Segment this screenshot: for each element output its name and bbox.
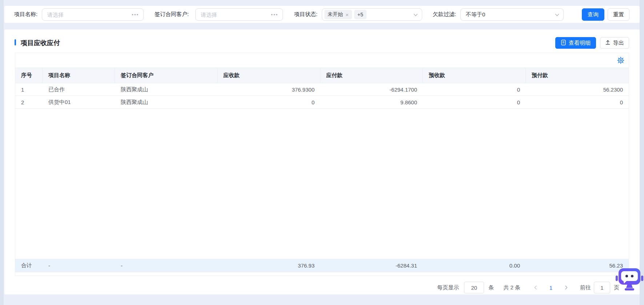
column-header: 应收款 xyxy=(217,68,320,83)
contract-customer-select[interactable]: ••• xyxy=(195,8,283,21)
current-page-number[interactable]: 1 xyxy=(546,285,556,291)
goto-page-input[interactable] xyxy=(594,282,610,293)
customer-cell: 陕西聚成山 xyxy=(115,86,217,93)
page-scrollbar-track[interactable] xyxy=(640,0,644,305)
column-header: 项目名称 xyxy=(43,68,115,83)
table-row: 1 已合作 陕西聚成山 376.9300 -6294.1700 0 56.230… xyxy=(15,83,629,96)
payable-cell: 9.8600 xyxy=(320,99,423,105)
page-size-input[interactable] xyxy=(464,282,484,293)
row-index: 2 xyxy=(15,99,43,105)
summary-cell: - xyxy=(43,262,115,269)
column-header: 序号 xyxy=(15,68,43,83)
summary-cell: - xyxy=(115,262,217,269)
column-header: 预付款 xyxy=(526,68,629,83)
prepayment-cell: 0 xyxy=(526,99,629,105)
status-tag: 未开始 × xyxy=(324,10,352,19)
column-header: 应付款 xyxy=(320,68,423,83)
table-row: 2 供货中01 陕西聚成山 0 9.8600 0 0 xyxy=(15,96,629,109)
page: { "filters": { "project_name": { "label"… xyxy=(0,0,644,305)
debt-filter-value: 不等于0 xyxy=(463,11,485,18)
debt-filter-select[interactable]: 不等于0 xyxy=(460,8,564,21)
export-label: 导出 xyxy=(613,40,624,47)
table-toolbar xyxy=(15,53,629,68)
filter-bar: 项目名称: ••• 签订合同客户: ••• 项目状态: 未开始 × +5 欠款过… xyxy=(4,6,640,23)
project-name-cell: 已合作 xyxy=(43,86,115,93)
summary-receivable: 376.93 xyxy=(217,262,320,269)
next-page-icon[interactable] xyxy=(562,283,571,292)
advance-receipt-cell: 0 xyxy=(423,87,526,93)
ellipsis-more-icon[interactable]: ••• xyxy=(271,12,283,17)
receivable-payable-panel: 项目应收应付 查看明细 导出 xyxy=(4,29,640,294)
page-left-gutter xyxy=(0,0,4,305)
upload-icon xyxy=(605,40,611,46)
per-page-label: 每页显示 xyxy=(437,284,459,291)
view-detail-label: 查看明细 xyxy=(569,40,591,47)
page-title: 项目应收应付 xyxy=(21,39,60,47)
view-detail-button[interactable]: 查看明细 xyxy=(555,37,596,49)
per-page-unit-label: 条 xyxy=(488,284,494,291)
receivable-cell: 376.9300 xyxy=(217,87,320,93)
status-tag-text: 未开始 xyxy=(328,11,343,18)
title-accent-bar xyxy=(15,39,16,45)
project-name-select[interactable]: ••• xyxy=(42,8,144,21)
advance-receipt-cell: 0 xyxy=(423,99,526,105)
reset-button[interactable]: 重置 xyxy=(608,8,629,21)
project-name-input[interactable] xyxy=(42,12,132,18)
pagination: 每页显示 条 共 2 条 1 前往 页 xyxy=(437,281,619,294)
prepayment-cell: 56.2300 xyxy=(526,87,629,93)
export-button[interactable]: 导出 xyxy=(600,37,629,49)
summary-payable: -6284.31 xyxy=(320,262,423,269)
summary-advance-receipt: 0.00 xyxy=(423,262,526,269)
column-header: 预收款 xyxy=(423,68,526,83)
goto-label: 前往 xyxy=(580,284,591,291)
receivable-cell: 0 xyxy=(217,99,320,105)
column-header: 签订合同客户 xyxy=(115,68,217,83)
data-table: 序号 项目名称 签订合同客户 应收款 应付款 预收款 预付款 1 已合作 陕西聚… xyxy=(15,53,629,276)
chevron-down-icon xyxy=(413,12,418,19)
total-count-label: 共 2 条 xyxy=(503,284,520,291)
status-tag-more-count: +5 xyxy=(354,10,367,19)
table-header-row: 序号 项目名称 签订合同客户 应收款 应付款 预收款 预付款 xyxy=(15,68,629,83)
summary-row: 合计 - - 376.93 -6284.31 0.00 56.23 xyxy=(15,259,629,272)
chevron-down-icon xyxy=(555,12,560,19)
project-name-cell: 供货中01 xyxy=(43,99,115,106)
row-index: 1 xyxy=(15,87,43,93)
debt-filter-label: 欠款过滤: xyxy=(433,6,456,23)
ellipsis-more-icon[interactable]: ••• xyxy=(132,12,143,17)
customer-cell: 陕西聚成山 xyxy=(115,99,217,106)
project-status-label: 项目状态: xyxy=(294,6,317,23)
prev-page-icon[interactable] xyxy=(531,283,540,292)
summary-label: 合计 xyxy=(15,262,43,269)
project-status-select[interactable]: 未开始 × +5 xyxy=(322,8,422,21)
contract-customer-label: 签订合同客户: xyxy=(155,6,189,23)
tag-close-icon[interactable]: × xyxy=(345,12,349,17)
document-icon xyxy=(561,40,566,47)
search-button[interactable]: 查询 xyxy=(582,8,604,21)
summary-prepayment: 56.23 xyxy=(526,262,629,269)
robot-chat-icon[interactable] xyxy=(615,268,644,291)
payable-cell: -6294.1700 xyxy=(320,87,423,93)
gear-icon[interactable] xyxy=(617,57,624,64)
contract-customer-input[interactable] xyxy=(196,12,271,18)
project-name-label: 项目名称: xyxy=(14,6,37,23)
